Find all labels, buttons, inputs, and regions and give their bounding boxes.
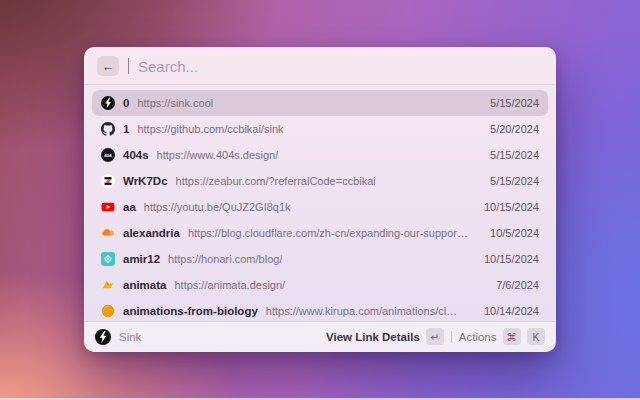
- app-name: Sink: [119, 331, 141, 343]
- link-slug: aa: [123, 201, 136, 213]
- view-link-details-label: View Link Details: [326, 331, 420, 343]
- cloudflare-icon: [101, 226, 115, 240]
- text-cursor: [128, 58, 129, 74]
- link-row[interactable]: animata https://animata.design/ 7/6/2024: [92, 272, 548, 298]
- link-slug: 404s: [123, 149, 149, 161]
- link-row[interactable]: amir12 https://honari.com/blog/ 10/15/20…: [92, 246, 548, 272]
- link-slug: 1: [123, 123, 129, 135]
- link-url: https://www.kirupa.com/animations/cluste…: [266, 305, 462, 317]
- back-button[interactable]: ←: [97, 56, 119, 76]
- search-bar: ← Search...: [85, 48, 555, 85]
- actions-label: Actions: [459, 331, 497, 343]
- kirupa-icon: [101, 304, 115, 318]
- svg-text:404: 404: [104, 153, 112, 158]
- link-date: 10/15/2024: [484, 253, 539, 265]
- arrow-left-icon: ←: [102, 60, 115, 73]
- link-slug: amir12: [123, 253, 160, 265]
- link-date: 10/15/2024: [484, 201, 539, 213]
- link-row[interactable]: alexandria https://blog.cloudflare.com/z…: [92, 220, 548, 246]
- actions-button[interactable]: Actions ⌘ K: [459, 328, 545, 345]
- link-date: 10/5/2024: [490, 227, 539, 239]
- link-slug: alexandria: [123, 227, 180, 239]
- link-row[interactable]: animations-from-biology https://www.kiru…: [92, 298, 548, 321]
- k-keycap: K: [527, 328, 545, 345]
- link-date: 5/15/2024: [490, 175, 539, 187]
- link-list: 0 https://sink.cool 5/15/2024 1 https://…: [85, 85, 555, 321]
- link-row[interactable]: 1 https://github.com/ccbikai/sink 5/20/2…: [92, 116, 548, 142]
- link-date: 5/15/2024: [490, 149, 539, 161]
- desktop-background: ← Search... 0 https://sink.cool 5/15/202…: [0, 0, 640, 400]
- github-icon: [101, 122, 115, 136]
- link-url: https://zeabur.com/?referralCode=ccbikai: [176, 175, 376, 187]
- link-url: https://honari.com/blog/: [168, 253, 282, 265]
- honari-icon: [101, 252, 115, 266]
- link-date: 5/15/2024: [490, 97, 539, 109]
- command-palette: ← Search... 0 https://sink.cool 5/15/202…: [84, 47, 556, 352]
- zeabur-icon: [101, 174, 115, 188]
- search-input[interactable]: Search...: [138, 58, 198, 75]
- link-slug: animata: [123, 279, 166, 291]
- sink-bolt-icon: [101, 96, 115, 110]
- youtube-icon: [101, 200, 115, 214]
- link-slug: animations-from-biology: [123, 305, 258, 317]
- link-date: 10/14/2024: [484, 305, 539, 317]
- link-slug: 0: [123, 97, 129, 109]
- link-date: 5/20/2024: [490, 123, 539, 135]
- link-url: https://youtu.be/QuJZ2GI8q1k: [144, 201, 291, 213]
- link-slug: WrK7Dc: [123, 175, 168, 187]
- footer-divider: [451, 331, 452, 343]
- animata-icon: [101, 278, 115, 292]
- link-url: https://blog.cloudflare.com/zh-cn/expand…: [188, 227, 468, 239]
- link-url: https://github.com/ccbikai/sink: [137, 123, 283, 135]
- view-link-details-button[interactable]: View Link Details ↵: [326, 328, 444, 345]
- 404s-icon: 404: [101, 148, 115, 162]
- link-date: 7/6/2024: [496, 279, 539, 291]
- link-row[interactable]: 404 404s https://www.404s.design/ 5/15/2…: [92, 142, 548, 168]
- enter-keycap: ↵: [426, 328, 444, 345]
- footer-bar: Sink View Link Details ↵ Actions ⌘ K: [85, 321, 555, 351]
- link-row[interactable]: aa https://youtu.be/QuJZ2GI8q1k 10/15/20…: [92, 194, 548, 220]
- link-row[interactable]: 0 https://sink.cool 5/15/2024: [92, 90, 548, 116]
- link-url: https://animata.design/: [174, 279, 285, 291]
- link-row[interactable]: WrK7Dc https://zeabur.com/?referralCode=…: [92, 168, 548, 194]
- cmd-keycap: ⌘: [503, 328, 522, 345]
- link-url: https://www.404s.design/: [157, 149, 279, 161]
- link-url: https://sink.cool: [137, 97, 213, 109]
- sink-bolt-icon: [95, 329, 111, 345]
